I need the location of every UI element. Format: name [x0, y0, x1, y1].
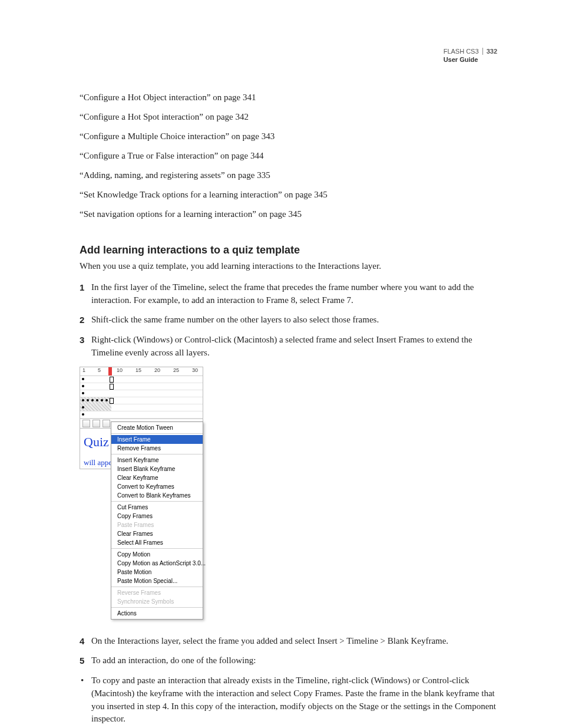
step-text: In the first layer of the Timeline, sele…: [91, 281, 497, 307]
step-item: 1 In the first layer of the Timeline, se…: [80, 281, 497, 307]
section-heading: Add learning interactions to a quiz temp…: [80, 244, 497, 256]
menu-item-paste-frames: Paste Frames: [111, 521, 203, 529]
ruler-tick: 20: [154, 367, 160, 373]
xref-link[interactable]: “Configure a Multiple Choice interaction…: [80, 130, 497, 143]
menu-item-clear-frames[interactable]: Clear Frames: [111, 529, 203, 538]
menu-item-synchronize-symbols: Synchronize Symbols: [111, 597, 203, 606]
ruler-tick: 25: [173, 367, 179, 373]
menu-item-convert-to-blank-keyframes[interactable]: Convert to Blank Keyframes: [111, 491, 203, 500]
section-intro: When you use a quiz template, you add le…: [80, 260, 497, 273]
menu-item-cut-frames[interactable]: Cut Frames: [111, 503, 203, 512]
context-menu: Create Motion Tween Insert Frame Remove …: [111, 421, 203, 620]
step-item: 5 To add an interaction, do one of the f…: [80, 654, 497, 667]
menu-item-select-all-frames[interactable]: Select All Frames: [111, 538, 203, 547]
playhead-icon: [108, 367, 112, 375]
menu-item-create-motion-tween[interactable]: Create Motion Tween: [111, 423, 203, 432]
timeline-panel: 1 5 10 15 20 25 30: [80, 367, 203, 429]
doc-subtitle: User Guide: [444, 55, 497, 64]
menu-item-insert-frame[interactable]: Insert Frame: [111, 435, 203, 444]
step-number: 3: [80, 334, 85, 360]
menu-item-reverse-frames: Reverse Frames: [111, 588, 203, 597]
xref-link[interactable]: “Configure a True or False interaction” …: [80, 150, 497, 162]
figure-timeline-contextmenu: 1 5 10 15 20 25 30: [80, 367, 203, 620]
product-name: FLASH CS3: [444, 48, 479, 55]
step-text: To add an interaction, do one of the fol…: [91, 654, 497, 667]
bullet-icon: •: [80, 674, 84, 726]
bullet-text: To copy and paste an interaction that al…: [91, 674, 497, 726]
xref-link[interactable]: “Adding, naming, and registering assets”…: [80, 169, 497, 182]
step-number: 1: [80, 281, 85, 307]
xref-link[interactable]: “Set Knowledge Track options for a learn…: [80, 189, 497, 201]
page-header: FLASH CS3 332 User Guide: [444, 47, 497, 64]
step-text: On the Interactions layer, select the fr…: [91, 635, 497, 648]
step-number: 2: [80, 314, 85, 327]
xref-link[interactable]: “Set navigation options for a learning i…: [80, 208, 497, 220]
menu-item-actions[interactable]: Actions: [111, 609, 203, 618]
timeline-tool-icon: [103, 420, 110, 427]
bullet-item: • To copy and paste an interaction that …: [80, 674, 497, 726]
step-number: 5: [80, 654, 85, 667]
step-text: Right-click (Windows) or Control-click (…: [91, 334, 497, 360]
menu-item-insert-blank-keyframe[interactable]: Insert Blank Keyframe: [111, 465, 203, 473]
menu-item-convert-to-keyframes[interactable]: Convert to Keyframes: [111, 482, 203, 491]
menu-item-insert-keyframe[interactable]: Insert Keyframe: [111, 456, 203, 465]
step-number: 4: [80, 635, 85, 648]
menu-item-copy-frames[interactable]: Copy Frames: [111, 512, 203, 521]
step-item: 2 Shift-click the same frame number on t…: [80, 314, 497, 327]
step-item: 3 Right-click (Windows) or Control-click…: [80, 334, 497, 360]
ruler-tick: 30: [192, 367, 198, 373]
ruler-tick: 10: [117, 367, 123, 373]
menu-item-clear-keyframe[interactable]: Clear Keyframe: [111, 473, 203, 482]
xref-link[interactable]: “Configure a Hot Spot interaction” on pa…: [80, 111, 497, 123]
step-item: 4 On the Interactions layer, select the …: [80, 635, 497, 648]
xref-link[interactable]: “Configure a Hot Object interaction” on …: [80, 91, 497, 104]
menu-item-paste-motion[interactable]: Paste Motion: [111, 568, 203, 577]
menu-item-remove-frames[interactable]: Remove Frames: [111, 444, 203, 453]
step-text: Shift-click the same frame number on the…: [91, 314, 497, 327]
timeline-ruler: 1 5 10 15 20 25 30: [80, 367, 203, 376]
timeline-tool-icon: [82, 420, 90, 427]
menu-item-copy-motion[interactable]: Copy Motion: [111, 550, 203, 559]
menu-item-copy-motion-as3[interactable]: Copy Motion as ActionScript 3.0...: [111, 559, 203, 568]
timeline-tool-icon: [92, 420, 100, 427]
ruler-tick: 5: [98, 367, 101, 373]
ruler-tick: 1: [82, 367, 85, 373]
page-number: 332: [482, 48, 497, 55]
ruler-tick: 15: [135, 367, 141, 373]
menu-item-paste-motion-special[interactable]: Paste Motion Special...: [111, 577, 203, 585]
